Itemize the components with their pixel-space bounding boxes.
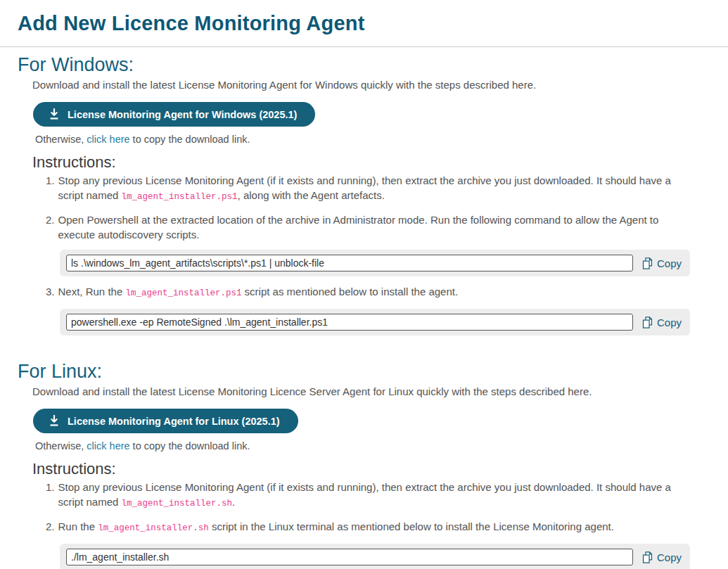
download-linux-button[interactable]: License Monitoring Agent for Linux (2025… bbox=[33, 409, 298, 433]
copy-button[interactable]: Copy bbox=[641, 316, 682, 329]
step-number: 2. bbox=[46, 519, 55, 536]
command-input[interactable] bbox=[66, 314, 633, 331]
linux-section-heading: For Linux: bbox=[18, 361, 728, 382]
copy-icon bbox=[641, 551, 653, 564]
step-text: Open Powershell at the extracted locatio… bbox=[58, 212, 689, 242]
list-item: 1. Stop any previous License Monitoring … bbox=[46, 480, 689, 511]
inline-code: lm_agent_installer.ps1 bbox=[125, 288, 241, 298]
copy-button[interactable]: Copy bbox=[641, 551, 682, 564]
step-text-part: script as mentioned below to install the… bbox=[241, 286, 458, 298]
windows-otherwise-line: Otherwise, click here to copy the downlo… bbox=[35, 133, 728, 146]
list-item: 2. Run the lm_agent_installer.sh script … bbox=[46, 519, 689, 536]
linux-steps-list: 1. Stop any previous License Monitoring … bbox=[0, 480, 728, 569]
inline-code: lm_agent_installer.ps1 bbox=[122, 192, 238, 202]
linux-section: For Linux: Download and install the late… bbox=[0, 361, 728, 569]
step-text-part: script in the Linux terminal as mentione… bbox=[209, 520, 614, 532]
step-text-part: , along with the Agent artefacts. bbox=[238, 189, 385, 201]
copy-button-label: Copy bbox=[657, 551, 682, 563]
copy-button-label: Copy bbox=[657, 317, 682, 328]
windows-copy-download-link[interactable]: click here bbox=[87, 134, 129, 145]
linux-otherwise-line: Otherwise, click here to copy the downlo… bbox=[35, 440, 728, 453]
step-text: Run the lm_agent_installer.sh script in … bbox=[58, 519, 689, 536]
windows-section: For Windows: Download and install the la… bbox=[0, 54, 728, 335]
page-header: Add New Licence Monitoring Agent bbox=[0, 0, 728, 47]
command-input[interactable] bbox=[66, 549, 633, 565]
inline-code: lm_agent_installer.sh bbox=[122, 499, 233, 509]
linux-copy-download-link[interactable]: click here bbox=[87, 440, 129, 452]
windows-section-heading: For Windows: bbox=[18, 54, 728, 75]
list-item: 1. Stop any previous License Monitoring … bbox=[46, 173, 689, 205]
list-item: 3. Next, Run the lm_agent_installer.ps1 … bbox=[46, 284, 689, 301]
step-text-part: Next, Run the bbox=[58, 286, 126, 298]
copy-icon bbox=[641, 316, 653, 329]
download-icon bbox=[49, 415, 60, 427]
page-title: Add New Licence Monitoring Agent bbox=[18, 12, 365, 35]
download-windows-button-label: License Monitoring Agent for Windows (20… bbox=[68, 109, 297, 120]
download-linux-button-label: License Monitoring Agent for Linux (2025… bbox=[68, 416, 280, 427]
linux-instructions-heading: Instructions: bbox=[32, 460, 728, 478]
command-input[interactable] bbox=[66, 255, 633, 271]
command-box: Copy bbox=[60, 544, 690, 569]
step-number: 2. bbox=[46, 212, 55, 242]
otherwise-post-text: to copy the download link. bbox=[130, 440, 250, 452]
download-windows-button[interactable]: License Monitoring Agent for Windows (20… bbox=[33, 102, 315, 127]
step-text-part: . bbox=[232, 496, 235, 508]
windows-intro-text: Download and install the latest License … bbox=[32, 78, 689, 91]
step-text: Stop any previous License Monitoring Age… bbox=[58, 480, 689, 511]
step-number: 1. bbox=[46, 173, 55, 205]
step-text: Stop any previous License Monitoring Age… bbox=[58, 173, 689, 205]
copy-icon bbox=[641, 257, 653, 270]
step-number: 3. bbox=[46, 284, 55, 301]
list-item: 2. Open Powershell at the extracted loca… bbox=[46, 212, 689, 242]
otherwise-post-text: to copy the download link. bbox=[130, 134, 250, 145]
download-icon bbox=[49, 108, 60, 120]
command-box: Copy bbox=[60, 309, 690, 335]
step-text-part: Run the bbox=[58, 520, 98, 532]
windows-instructions-heading: Instructions: bbox=[32, 153, 728, 172]
windows-steps-list: 1. Stop any previous License Monitoring … bbox=[0, 173, 728, 335]
copy-button[interactable]: Copy bbox=[641, 257, 682, 270]
command-box: Copy bbox=[60, 250, 690, 276]
step-text-part: Open Powershell at the extracted locatio… bbox=[58, 214, 659, 241]
inline-code: lm_agent_installer.sh bbox=[98, 523, 209, 533]
copy-button-label: Copy bbox=[657, 257, 682, 269]
step-number: 1. bbox=[46, 480, 55, 511]
otherwise-pre-text: Otherwise, bbox=[35, 134, 87, 145]
step-text: Next, Run the lm_agent_installer.ps1 scr… bbox=[58, 284, 689, 301]
linux-intro-text: Download and install the latest License … bbox=[32, 385, 689, 398]
otherwise-pre-text: Otherwise, bbox=[35, 440, 87, 452]
